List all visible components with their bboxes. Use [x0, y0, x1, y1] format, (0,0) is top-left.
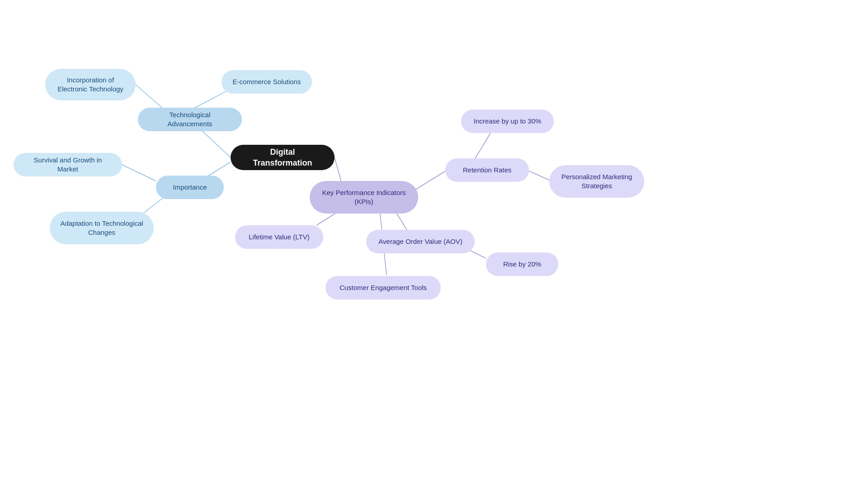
importance-node: Importance [156, 176, 224, 199]
engagement-node: Customer Engagement Tools [326, 276, 441, 300]
svg-line-8 [475, 133, 491, 159]
ecommerce-node: E-commerce Solutions [222, 70, 312, 94]
retention-node: Retention Rates [445, 158, 529, 182]
aov-node: Average Order Value (AOV) [366, 230, 475, 253]
kpis-node: Key Performance Indicators (KPIs) [310, 181, 418, 214]
incorporation-node: Incorporation of Electronic Technology [45, 69, 136, 100]
rise20-node: Rise by 20% [486, 252, 558, 276]
ltv-node: Lifetime Value (LTV) [235, 225, 323, 249]
svg-line-9 [529, 171, 549, 180]
center-node: Digital Transformation [231, 145, 335, 170]
personalized-node: Personalized Marketing Strategies [549, 165, 644, 198]
adaptation-node: Adaptation to Technological Changes [50, 212, 154, 244]
technological-advancements-node: Technological Advancements [138, 108, 242, 131]
survival-node: Survival and Growth in Market [14, 153, 122, 176]
increase30-node: Increase by up to 30% [461, 109, 554, 133]
svg-line-4 [122, 165, 156, 181]
